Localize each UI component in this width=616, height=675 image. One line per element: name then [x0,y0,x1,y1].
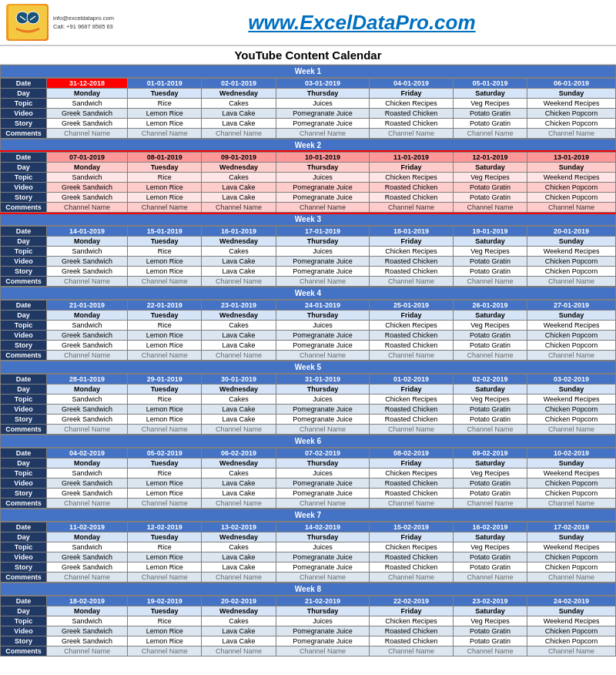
video-cell-5: Potato Gratin [453,552,527,562]
date-cell-3: 10-01-2019 [276,153,370,163]
video-label: Video [1,183,47,193]
topic-cell-3: Juices [276,99,370,109]
date-cell-0: 18-02-2019 [47,596,128,606]
story-cell-4: Roasted Chicken [370,267,454,277]
video-label: Video [1,109,47,119]
topic-label: Topic [1,542,47,552]
video-label: Video [1,552,47,562]
video-cell-6: Chicken Popcorn [527,331,616,341]
topic-label: Topic [1,247,47,257]
topic-cell-5: Veg Recipes [453,395,527,405]
date-cell-2: 16-01-2019 [202,227,276,237]
week-6-comments-row: CommentsChannel NameChannel NameChannel … [1,499,616,509]
story-label: Story [1,267,47,277]
topic-cell-1: Rice [127,99,201,109]
topic-cell-3: Juices [276,468,370,479]
video-cell-2: Lava Cake [202,331,276,341]
story-cell-3: Pomegranate Juice [276,193,370,203]
video-cell-1: Lemon Rice [127,479,201,489]
story-cell-2: Lava Cake [202,119,276,129]
video-cell-6: Chicken Popcorn [527,109,616,119]
video-cell-2: Lava Cake [202,257,276,267]
comments-label: Comments [1,129,47,139]
topic-cell-3: Juices [276,321,370,331]
topic-cell-4: Chicken Recipes [370,468,454,479]
video-cell-3: Pomegranate Juice [276,183,370,193]
comments-cell-4: Channel Name [370,499,454,509]
video-cell-5: Potato Gratin [453,331,527,341]
video-cell-5: Potato Gratin [453,405,527,415]
date-cell-6: 17-02-2019 [527,522,616,532]
date-cell-0: 31-12-2018 [47,79,128,89]
date-cell-1: 08-01-2019 [127,153,201,163]
comments-cell-1: Channel Name [127,351,201,361]
date-cell-2: 06-02-2019 [202,448,276,458]
comments-cell-1: Channel Name [127,499,201,509]
date-cell-2: 09-01-2019 [202,153,276,163]
video-cell-1: Lemon Rice [127,109,201,119]
week-5-table: Date28-01-201929-01-201930-01-201931-01-… [0,374,616,435]
day-cell-1: Tuesday [127,163,201,173]
week-1-topic-row: TopicSandwichRiceCakesJuicesChicken Reci… [1,99,616,109]
day-cell-1: Tuesday [127,237,201,247]
story-cell-2: Lava Cake [202,415,276,425]
video-cell-2: Lava Cake [202,405,276,415]
day-cell-6: Sunday [527,237,616,247]
date-cell-0: 14-01-2019 [47,227,128,237]
story-cell-1: Lemon Rice [127,193,201,203]
comments-cell-1: Channel Name [127,203,201,213]
story-cell-5: Potato Gratin [453,415,527,425]
week-3-label: Week 3 [0,213,616,226]
day-cell-3: Thursday [276,237,370,247]
svg-rect-0 [8,5,47,39]
week-7-date-row: Date11-02-201912-02-201913-02-201914-02-… [1,522,616,532]
video-cell-3: Pomegranate Juice [276,405,370,415]
comments-cell-5: Channel Name [453,277,527,287]
week-3-story-row: StoryGreek SandwichLemon RiceLava CakePo… [1,267,616,277]
week-2-comments-row: CommentsChannel NameChannel NameChannel … [1,203,616,213]
date-cell-6: 27-01-2019 [527,301,616,311]
story-cell-4: Roasted Chicken [370,636,454,646]
date-cell-3: 07-02-2019 [276,448,370,458]
date-cell-5: 02-02-2019 [453,374,527,385]
topic-cell-3: Juices [276,173,370,183]
day-cell-4: Friday [370,311,454,321]
day-cell-3: Thursday [276,163,370,173]
story-cell-2: Lava Cake [202,193,276,203]
comments-cell-2: Channel Name [202,573,276,583]
video-cell-5: Potato Gratin [453,626,527,636]
date-cell-5: 09-02-2019 [453,448,527,458]
date-cell-5: 26-01-2019 [453,301,527,311]
week-2-label: Week 2 [0,139,616,152]
week-1-comments-row: CommentsChannel NameChannel NameChannel … [1,129,616,139]
day-cell-4: Friday [370,532,454,542]
comments-cell-2: Channel Name [202,499,276,509]
day-cell-1: Tuesday [127,385,201,395]
date-cell-6: 20-01-2019 [527,227,616,237]
comments-cell-4: Channel Name [370,351,454,361]
story-cell-0: Greek Sandwich [47,267,128,277]
topic-cell-5: Veg Recipes [453,468,527,479]
topic-cell-5: Veg Recipes [453,542,527,552]
topic-cell-6: Weekend Recipes [527,616,616,626]
week-1-video-row: VideoGreek SandwichLemon RiceLava CakePo… [1,109,616,119]
story-cell-4: Roasted Chicken [370,415,454,425]
date-cell-3: 14-02-2019 [276,522,370,532]
week-3-day-row: DayMondayTuesdayWednesdayThursdayFridayS… [1,237,616,247]
video-cell-6: Chicken Popcorn [527,405,616,415]
day-cell-4: Friday [370,606,454,616]
date-cell-4: 11-01-2019 [370,153,454,163]
video-cell-2: Lava Cake [202,183,276,193]
week-1-date-row: Date31-12-201801-01-201902-01-201903-01-… [1,79,616,89]
video-cell-0: Greek Sandwich [47,479,128,489]
story-cell-4: Roasted Chicken [370,119,454,129]
comments-cell-6: Channel Name [527,646,616,657]
topic-cell-4: Chicken Recipes [370,247,454,257]
day-cell-0: Monday [47,458,128,468]
week-4-table: Date21-01-201922-01-201923-01-201924-01-… [0,300,616,361]
story-cell-0: Greek Sandwich [47,341,128,351]
comments-label: Comments [1,203,47,213]
day-label: Day [1,163,47,173]
day-cell-3: Thursday [276,532,370,542]
video-cell-5: Potato Gratin [453,257,527,267]
